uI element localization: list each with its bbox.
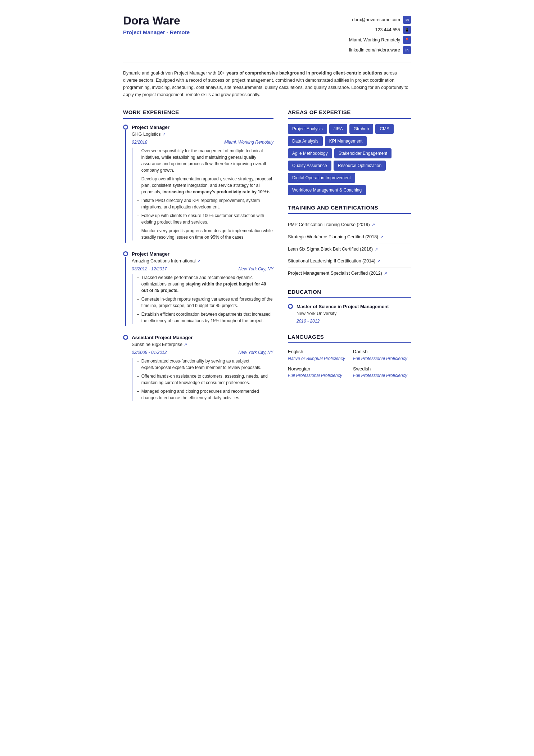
tag-gtmhub: Gtmhub	[349, 124, 374, 134]
lang-swedish: Swedish Full Professional Proficiency	[353, 365, 411, 379]
tag-stakeholder: Stakeholder Engagement	[334, 148, 392, 158]
job-meta-2: 03/2012 - 12/2017 New York City, NY	[132, 266, 273, 272]
job-bullet-1-3: – Initiate PMO directory and KPI reporti…	[137, 197, 273, 210]
training-item-3: Lean Six Sigma Black Belt Certified (201…	[288, 243, 411, 256]
tag-resource-optimization: Resource Optimization	[334, 161, 386, 171]
job-bullets-2: – Tracked website performance and recomm…	[132, 274, 273, 324]
job-dot-1	[123, 125, 128, 130]
email-text: dora@novoresume.com	[352, 17, 400, 23]
lang-level-swedish: Full Professional Proficiency	[353, 372, 411, 379]
job-meta-1: 02/2018 Miami, Working Remotely	[132, 139, 273, 145]
job-meta-3: 02/2009 - 01/2012 New York City, NY	[132, 349, 273, 356]
expertise-tags-container: Project Analysis JIRA Gtmhub CMS Data An…	[288, 124, 411, 195]
job-date-3: 02/2009 - 01/2012	[132, 349, 167, 356]
tag-cms: CMS	[375, 124, 394, 134]
edu-school-1: New York University	[297, 310, 389, 317]
job-bullet-1-4: – Follow up with clients to ensure 100% …	[137, 212, 273, 225]
job-bullet-3-2: – Offered hands-on assistance to custome…	[137, 373, 273, 386]
job-dot-col-3	[123, 334, 128, 403]
two-column-layout: WORK EXPERIENCE Project Manager GHG Logi…	[123, 108, 411, 412]
job-entry-2: Project Manager Amazing Creations Intern…	[123, 251, 273, 326]
lang-danish: Danish Full Professional Proficiency	[353, 348, 411, 362]
job-title-2: Project Manager	[132, 251, 273, 258]
right-column: AREAS OF EXPERTISE Project Analysis JIRA…	[288, 108, 411, 412]
lang-norwegian: Norwegian Full Professional Proficiency	[288, 365, 346, 379]
job-bullet-2-2: – Generate in-depth reports regarding va…	[137, 296, 273, 309]
languages-section: LANGUAGES English Native or Bilingual Pr…	[288, 333, 411, 379]
phone-icon: 📱	[403, 26, 411, 34]
training-link-1: ↗	[372, 222, 375, 228]
job-location-2: New York City, NY	[238, 266, 273, 272]
job-title-1: Project Manager	[132, 124, 273, 131]
job-company-3: Sunshine Big3 Enterprise ↗	[132, 341, 273, 348]
edu-content-1: Master of Science in Project Management …	[297, 303, 389, 324]
tag-jira: JIRA	[329, 124, 347, 134]
job-content-3: Assistant Project Manager Sunshine Big3 …	[132, 334, 273, 403]
education-title: EDUCATION	[288, 288, 411, 298]
edu-entry-1: Master of Science in Project Management …	[288, 303, 411, 324]
ext-link-icon-2: ↗	[197, 258, 200, 264]
training-link-5: ↗	[384, 270, 387, 276]
training-item-2: Strategic Workforce Planning Certified (…	[288, 231, 411, 243]
job-dot-3	[123, 335, 128, 340]
job-bullet-1-5: – Monitor every project's progress from …	[137, 228, 273, 240]
lang-level-danish: Full Professional Proficiency	[353, 355, 411, 362]
header-left: Dora Ware Project Manager - Remote	[123, 14, 190, 37]
training-item-5: Project Management Specialist Certified …	[288, 267, 411, 279]
job-dot-2	[123, 251, 128, 256]
lang-name-english: English	[288, 348, 346, 355]
job-line-1	[125, 130, 126, 243]
contact-linkedin[interactable]: linkedin.com/in/dora.ware in	[349, 46, 411, 54]
job-content-2: Project Manager Amazing Creations Intern…	[132, 251, 273, 326]
job-bullet-2-1: – Tracked website performance and recomm…	[137, 274, 273, 294]
lang-name-swedish: Swedish	[353, 365, 411, 373]
job-bullet-2-3: – Establish efficient coordination betwe…	[137, 311, 273, 324]
job-location-3: New York City, NY	[238, 349, 273, 356]
training-title: TRAINING AND CERTIFICATIONS	[288, 204, 411, 214]
job-bullet-1-2: – Develop overall implementation approac…	[137, 176, 273, 195]
email-icon: ✉	[403, 16, 411, 24]
summary-section: Dynamic and goal-driven Project Manager …	[123, 63, 411, 98]
lang-level-norwegian: Full Professional Proficiency	[288, 372, 346, 379]
header-right: dora@novoresume.com ✉ 123 444 555 📱 Miam…	[349, 16, 411, 54]
job-entry-3: Assistant Project Manager Sunshine Big3 …	[123, 334, 273, 403]
work-experience-title: WORK EXPERIENCE	[123, 108, 273, 119]
languages-grid: English Native or Bilingual Proficiency …	[288, 348, 411, 379]
candidate-name: Dora Ware	[123, 14, 190, 27]
edu-date-1: 2010 - 2012	[297, 318, 389, 324]
education-section: EDUCATION Master of Science in Project M…	[288, 288, 411, 324]
lang-name-danish: Danish	[353, 348, 411, 355]
job-bullets-1: – Oversee responsibility for the managem…	[132, 148, 273, 240]
linkedin-text: linkedin.com/in/dora.ware	[349, 47, 400, 54]
tag-agile: Agile Methodology	[288, 148, 332, 158]
location-icon: 📍	[403, 36, 411, 44]
expertise-section: AREAS OF EXPERTISE Project Analysis JIRA…	[288, 108, 411, 195]
tag-kpi-management: KPI Management	[325, 136, 367, 146]
contact-email: dora@novoresume.com ✉	[352, 16, 411, 24]
job-entry-1: Project Manager GHG Logistics ↗ 02/2018 …	[123, 124, 273, 243]
tag-data-analysis: Data Analysis	[288, 136, 323, 146]
training-link-3: ↗	[375, 246, 378, 252]
edu-degree-1: Master of Science in Project Management	[297, 303, 389, 310]
resume-page: Dora Ware Project Manager - Remote dora@…	[105, 0, 429, 426]
tag-quality-assurance: Quality Assurance	[288, 161, 331, 171]
job-company-2: Amazing Creations International ↗	[132, 258, 273, 265]
job-location-1: Miami, Working Remotely	[224, 139, 273, 145]
job-company-1: GHG Logistics ↗	[132, 131, 273, 138]
training-section: TRAINING AND CERTIFICATIONS PMP Certific…	[288, 204, 411, 279]
tag-workforce: Workforce Management & Coaching	[288, 185, 366, 195]
training-link-4: ↗	[377, 258, 380, 264]
job-dot-col-1	[123, 124, 128, 243]
lang-name-norwegian: Norwegian	[288, 365, 346, 373]
work-experience-section: WORK EXPERIENCE Project Manager GHG Logi…	[123, 108, 273, 403]
tag-digital-operation: Digital Operation Improvement	[288, 173, 355, 183]
job-bullet-1-1: – Oversee responsibility for the managem…	[137, 148, 273, 174]
header: Dora Ware Project Manager - Remote dora@…	[123, 14, 411, 54]
job-bullet-3-1: – Demonstrated cross-functionality by se…	[137, 358, 273, 371]
lang-level-english: Native or Bilingual Proficiency	[288, 355, 346, 362]
location-text: Miami, Working Remotely	[349, 37, 400, 44]
tag-project-analysis: Project Analysis	[288, 124, 327, 134]
phone-text: 123 444 555	[375, 27, 400, 33]
lang-english: English Native or Bilingual Proficiency	[288, 348, 346, 362]
training-list: PMP Certification Training Course (2019)…	[288, 219, 411, 279]
